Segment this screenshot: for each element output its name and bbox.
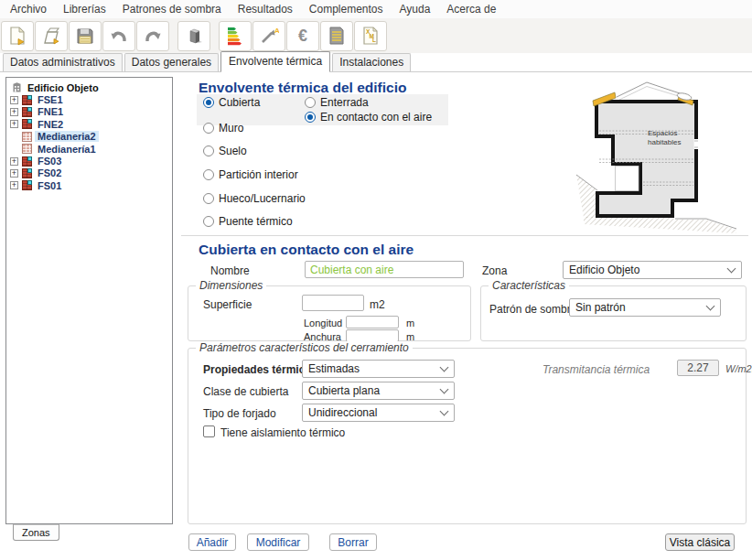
tipo-forjado-select[interactable]: Unidireccional bbox=[302, 404, 455, 422]
menu-patrones-de-sombra[interactable]: Patrones de sombra bbox=[114, 1, 230, 17]
3d-view-button[interactable] bbox=[177, 21, 210, 51]
menu-complementos[interactable]: Complementos bbox=[301, 1, 392, 17]
tree-item-fne2[interactable]: + FNE2 bbox=[6, 118, 172, 130]
tree-item-medianeria1[interactable]: Medianería1 bbox=[6, 143, 172, 155]
radio-button-icon[interactable] bbox=[203, 145, 214, 156]
menu-acerca-de[interactable]: Acerca de bbox=[438, 1, 504, 17]
menu-bar: Archivo Librerías Patrones de sombra Res… bbox=[0, 0, 752, 18]
costs-button[interactable]: € bbox=[286, 21, 319, 51]
vista-clasica-button[interactable]: Vista clásica bbox=[665, 533, 735, 551]
party-wall-icon bbox=[22, 144, 32, 154]
tree-item-fse1[interactable]: + FSE1 bbox=[6, 93, 172, 105]
expand-icon[interactable]: + bbox=[10, 96, 18, 104]
radio-suelo[interactable]: Suelo bbox=[203, 145, 247, 157]
radio-button-icon[interactable] bbox=[203, 193, 214, 204]
energy-rating-icon bbox=[225, 26, 245, 46]
zonas-tab[interactable]: Zonas bbox=[13, 524, 59, 541]
superficie-input[interactable] bbox=[302, 295, 364, 311]
longitud-unit: m bbox=[406, 318, 414, 328]
menu-archivo[interactable]: Archivo bbox=[2, 1, 55, 17]
clase-cubierta-label: Clase de cubierta bbox=[203, 385, 288, 398]
radio-button-icon[interactable] bbox=[305, 97, 316, 108]
radio-enterrada[interactable]: Enterrada bbox=[305, 96, 369, 109]
radio-particion-interior[interactable]: Partición interior bbox=[203, 168, 298, 181]
radio-button-icon[interactable] bbox=[203, 216, 214, 227]
expand-icon[interactable]: + bbox=[10, 108, 18, 116]
app-window: Archivo Librerías Patrones de sombra Res… bbox=[0, 0, 752, 560]
tree-item-fs02[interactable]: + FS02 bbox=[6, 167, 172, 179]
expand-icon[interactable]: + bbox=[10, 169, 18, 178]
chevron-down-icon bbox=[706, 302, 715, 311]
save-button[interactable] bbox=[69, 21, 102, 51]
euro-cost-icon: € bbox=[293, 26, 313, 46]
facade-icon bbox=[22, 156, 32, 167]
radio-cubierta[interactable]: Cubierta bbox=[203, 96, 260, 109]
improvement-arrow-icon: A bbox=[259, 26, 279, 46]
anchura-input[interactable] bbox=[346, 329, 399, 342]
tipo-forjado-label: Tipo de forjado bbox=[203, 407, 276, 420]
chevron-down-icon bbox=[440, 363, 449, 372]
transmitancia-unit: W/m2K bbox=[725, 363, 752, 374]
svg-text:L: L bbox=[372, 37, 376, 43]
tab-datos-administrativos[interactable]: Datos administrativos bbox=[3, 53, 123, 71]
toolbar: A € X M L bbox=[0, 18, 752, 53]
expand-icon[interactable]: + bbox=[10, 157, 18, 166]
longitud-label: Longitud bbox=[304, 318, 342, 328]
superficie-unit: m2 bbox=[370, 298, 385, 311]
propiedades-termicas-label: Propiedades térmicas bbox=[203, 363, 317, 376]
aislamiento-checkbox[interactable] bbox=[203, 425, 215, 437]
report-icon bbox=[327, 26, 347, 46]
clase-cubierta-select[interactable]: Cubierta plana bbox=[302, 382, 455, 400]
tab-envolvente-termica[interactable]: Envolvente térmica bbox=[220, 51, 330, 72]
radio-muro[interactable]: Muro bbox=[203, 122, 243, 135]
borrar-button[interactable]: Borrar bbox=[329, 533, 377, 551]
tab-datos-generales[interactable]: Datos generales bbox=[124, 53, 219, 71]
tree-item-fne1[interactable]: + FNE1 bbox=[6, 106, 172, 118]
radio-en-contacto-con-el-aire[interactable]: En contacto con el aire bbox=[305, 111, 432, 124]
new-file-button[interactable] bbox=[1, 21, 34, 51]
radio-puente-termico[interactable]: Puente térmico bbox=[203, 215, 293, 228]
tab-instalaciones[interactable]: Instalaciones bbox=[332, 53, 411, 71]
menu-resultados[interactable]: Resultados bbox=[230, 1, 301, 17]
anadir-button[interactable]: Añadir bbox=[188, 533, 236, 551]
form-section-title: Cubierta en contacto con el aire bbox=[199, 242, 414, 258]
diagram-label-line1: Espacios bbox=[648, 129, 677, 137]
radio-button-icon[interactable] bbox=[203, 97, 214, 108]
open-file-button[interactable] bbox=[35, 21, 68, 51]
tree-item-fs01[interactable]: + FS01 bbox=[6, 179, 172, 191]
patron-sombras-select[interactable]: Sin patrón bbox=[569, 298, 721, 317]
transmitancia-label: Transmitancia térmica bbox=[543, 363, 650, 376]
facade-icon bbox=[22, 180, 32, 190]
chevron-down-icon bbox=[440, 385, 449, 394]
parametros-title: Parámetros característicos del cerramien… bbox=[196, 341, 413, 354]
tree-item-fs03[interactable]: + FS03 bbox=[6, 155, 172, 167]
radio-button-icon[interactable] bbox=[305, 112, 316, 123]
facade-icon bbox=[22, 95, 32, 105]
radio-button-icon[interactable] bbox=[203, 169, 214, 180]
propiedades-termicas-select[interactable]: Estimadas bbox=[302, 360, 455, 378]
menu-librerias[interactable]: Librerías bbox=[55, 1, 114, 17]
expand-icon[interactable]: + bbox=[10, 181, 18, 189]
transmitancia-value bbox=[677, 360, 719, 376]
energy-rating-button[interactable] bbox=[219, 21, 252, 51]
chevron-down-icon bbox=[727, 264, 736, 274]
radio-button-icon[interactable] bbox=[203, 123, 214, 134]
redo-button[interactable] bbox=[136, 21, 169, 51]
modificar-button[interactable]: Modificar bbox=[247, 533, 309, 551]
svg-text:€: € bbox=[298, 27, 307, 45]
xml-export-icon: X M L bbox=[360, 26, 381, 46]
undo-button[interactable] bbox=[102, 21, 135, 51]
zona-select[interactable]: Edificio Objeto bbox=[563, 261, 742, 279]
longitud-input[interactable] bbox=[346, 316, 399, 328]
nombre-input[interactable] bbox=[305, 261, 464, 278]
menu-ayuda[interactable]: Ayuda bbox=[392, 1, 439, 17]
building-tree-panel: Edificio Objeto + FSE1 + FNE1 + FNE2 Med… bbox=[5, 77, 173, 524]
improvement-button[interactable]: A bbox=[252, 21, 285, 51]
radio-hueco-lucernario[interactable]: Hueco/Lucernario bbox=[203, 192, 306, 205]
tree-item-edificio-objeto[interactable]: Edificio Objeto bbox=[6, 81, 172, 93]
report-button[interactable] bbox=[320, 21, 353, 51]
xml-export-button[interactable]: X M L bbox=[354, 21, 387, 51]
building-icon bbox=[12, 82, 22, 92]
expand-icon[interactable]: + bbox=[10, 120, 18, 128]
tree-item-medianeria2[interactable]: Medianeria2 bbox=[6, 131, 172, 143]
